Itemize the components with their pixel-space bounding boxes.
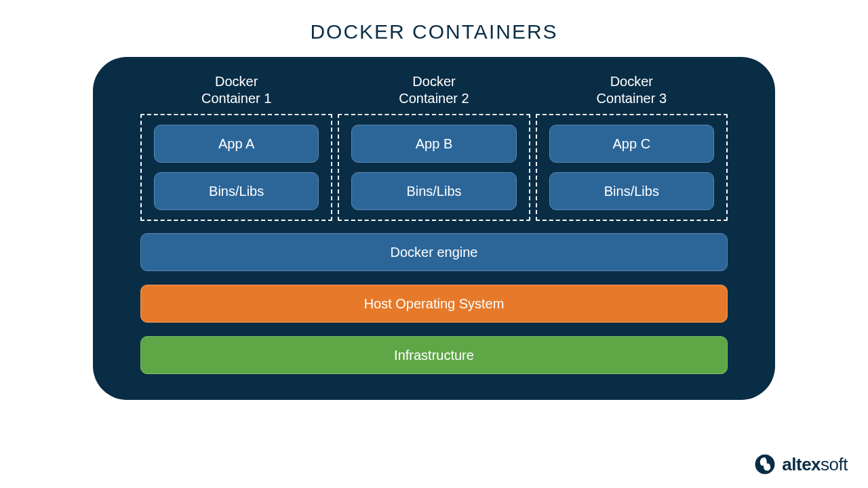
container-2-bins: Bins/Libs (351, 172, 516, 210)
layer-infrastructure: Infrastructure (140, 336, 728, 374)
diagram-panel: Docker Container 1 App A Bins/Libs Docke… (93, 57, 775, 400)
container-2: Docker Container 2 App B Bins/Libs (338, 73, 530, 221)
container-2-app: App B (351, 125, 516, 163)
container-3-bins: Bins/Libs (549, 172, 714, 210)
container-3-label: Docker Container 3 (536, 73, 728, 107)
container-1-app: App A (154, 125, 319, 163)
diagram-title: DOCKER CONTAINERS (0, 20, 868, 43)
layer-docker-engine: Docker engine (140, 233, 728, 271)
container-3-app: App C (549, 125, 714, 163)
container-1-label: Docker Container 1 (140, 73, 332, 107)
container-2-box: App B Bins/Libs (338, 114, 530, 221)
container-1-bins: Bins/Libs (154, 172, 319, 210)
container-1: Docker Container 1 App A Bins/Libs (140, 73, 332, 221)
brand-icon (753, 453, 776, 476)
containers-row: Docker Container 1 App A Bins/Libs Docke… (140, 73, 728, 221)
container-3: Docker Container 3 App C Bins/Libs (536, 73, 728, 221)
brand-text: altexsoft (782, 454, 848, 475)
container-2-label: Docker Container 2 (338, 73, 530, 107)
container-1-box: App A Bins/Libs (140, 114, 332, 221)
layer-host-os: Host Operating System (140, 285, 728, 323)
stack-layers: Docker engine Host Operating System Infr… (140, 233, 728, 374)
container-3-box: App C Bins/Libs (536, 114, 728, 221)
brand-logo: altexsoft (753, 453, 848, 476)
